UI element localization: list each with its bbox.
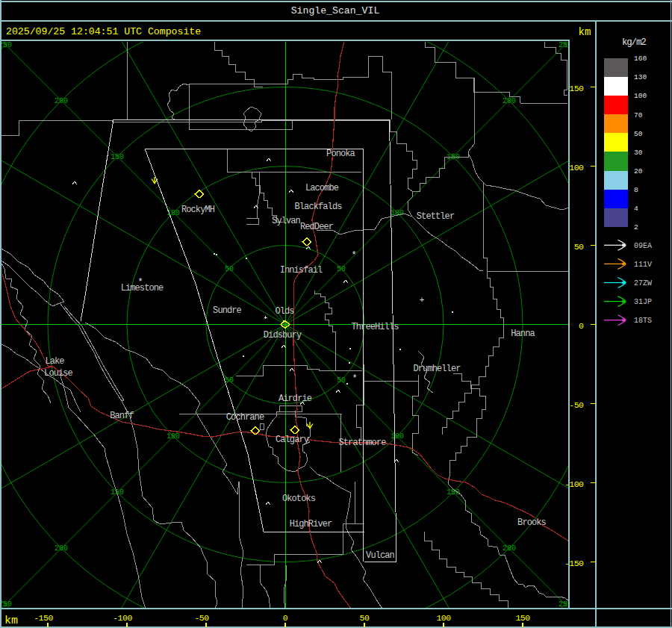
- svg-text:200: 200: [55, 544, 68, 553]
- svg-text:100: 100: [436, 613, 451, 623]
- svg-text:100: 100: [167, 209, 180, 217]
- svg-text:100: 100: [167, 432, 180, 441]
- svg-text:111V: 111V: [634, 261, 652, 269]
- svg-text:Sylvan: Sylvan: [272, 216, 301, 226]
- svg-text:-150: -150: [564, 559, 584, 568]
- svg-text:RockyMH: RockyMH: [181, 205, 215, 215]
- svg-text:-100: -100: [564, 479, 584, 489]
- svg-text:*: *: [352, 373, 357, 384]
- svg-text:200: 200: [55, 97, 68, 105]
- svg-text:Calgary: Calgary: [276, 435, 309, 445]
- svg-text:Innisfail: Innisfail: [280, 265, 323, 276]
- svg-text:30: 30: [634, 149, 643, 157]
- svg-text:Okotoks: Okotoks: [282, 494, 316, 504]
- svg-text:Blackfalds: Blackfalds: [294, 202, 342, 212]
- svg-text:50: 50: [225, 376, 234, 385]
- svg-text:50: 50: [337, 376, 346, 385]
- svg-text:200: 200: [503, 97, 516, 105]
- svg-text:50: 50: [634, 130, 643, 138]
- svg-text:20: 20: [634, 167, 643, 175]
- svg-text:31JP: 31JP: [634, 298, 652, 306]
- svg-text:Banff: Banff: [110, 411, 134, 421]
- svg-text:Hanna: Hanna: [511, 329, 535, 339]
- svg-text:250: 250: [0, 600, 12, 609]
- svg-text:+: +: [420, 296, 425, 305]
- svg-text:150: 150: [111, 153, 124, 161]
- svg-text:Strathmore: Strathmore: [338, 438, 386, 448]
- svg-text:100: 100: [634, 92, 647, 100]
- svg-text:50: 50: [574, 242, 584, 252]
- svg-text:150: 150: [569, 84, 584, 93]
- svg-text:150: 150: [515, 613, 530, 623]
- svg-text:0: 0: [579, 321, 584, 331]
- svg-text:Didsbury: Didsbury: [264, 330, 302, 341]
- svg-text:200: 200: [503, 544, 516, 553]
- svg-text:2: 2: [634, 223, 638, 231]
- svg-text:-50: -50: [194, 613, 209, 623]
- svg-text:HighRiver: HighRiver: [290, 519, 332, 529]
- svg-text:-50: -50: [569, 400, 584, 410]
- svg-text:18TS: 18TS: [634, 317, 652, 325]
- svg-text:*: *: [351, 250, 356, 261]
- svg-text:km: km: [4, 615, 18, 627]
- svg-text:Stettler: Stettler: [417, 211, 455, 222]
- svg-text:Airdrie: Airdrie: [279, 394, 312, 404]
- svg-text:250: 250: [0, 41, 12, 49]
- svg-text:Olds: Olds: [275, 306, 294, 317]
- svg-text:Vulcan: Vulcan: [366, 550, 395, 561]
- svg-text:kg/m2: kg/m2: [622, 37, 646, 48]
- svg-text:Cochrane: Cochrane: [226, 412, 264, 423]
- svg-text:Single_Scan_VIL: Single_Scan_VIL: [291, 5, 380, 16]
- svg-text:100: 100: [569, 163, 584, 172]
- svg-text:2025/09/25 12:04:51 UTC Compos: 2025/09/25 12:04:51 UTC Composite: [6, 26, 201, 37]
- svg-text:0: 0: [283, 613, 288, 623]
- svg-text:Brooks: Brooks: [517, 517, 547, 528]
- svg-text:130: 130: [634, 73, 647, 81]
- svg-text:160: 160: [634, 55, 647, 63]
- svg-text:4: 4: [634, 205, 638, 213]
- svg-text:100: 100: [391, 432, 404, 441]
- svg-text:*: *: [137, 277, 143, 287]
- svg-text:Drumheller: Drumheller: [413, 364, 461, 374]
- svg-text:50: 50: [337, 265, 346, 273]
- svg-text:ThreeHills: ThreeHills: [351, 322, 399, 332]
- svg-text:-150: -150: [34, 613, 53, 623]
- svg-text:70: 70: [634, 111, 643, 119]
- svg-text:Lake: Lake: [45, 356, 64, 367]
- svg-text:50: 50: [360, 613, 370, 623]
- svg-text:km: km: [579, 26, 591, 38]
- svg-text:Louise: Louise: [44, 368, 73, 379]
- svg-text:Ponoka: Ponoka: [326, 149, 355, 159]
- svg-text:09EA: 09EA: [634, 242, 652, 250]
- svg-text:-100: -100: [113, 613, 132, 623]
- svg-text:RedDeer: RedDeer: [300, 222, 334, 232]
- svg-text:27ZW: 27ZW: [634, 279, 652, 287]
- svg-text:8: 8: [634, 186, 638, 194]
- svg-text:50: 50: [225, 265, 234, 273]
- svg-text:Lacombe: Lacombe: [305, 183, 339, 193]
- svg-text:Sundre: Sundre: [213, 305, 242, 316]
